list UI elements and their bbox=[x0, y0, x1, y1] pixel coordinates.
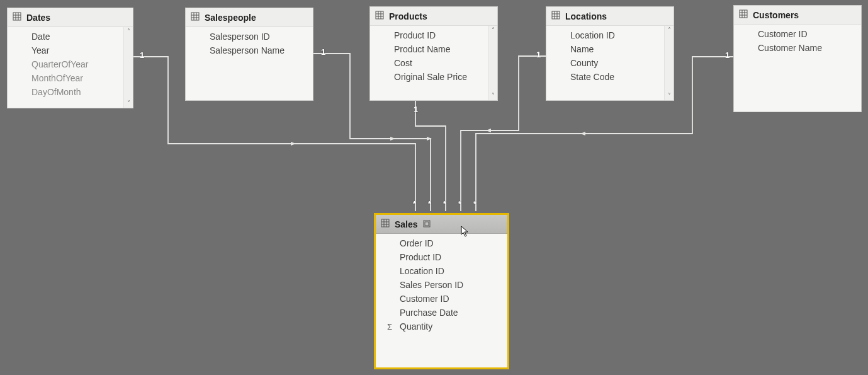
table-sales[interactable]: Sales Order ID Product ID Location ID Sa… bbox=[374, 213, 509, 369]
scrollbar[interactable]: ˄ ˅ bbox=[123, 27, 133, 108]
table-body-dates: Date Year QuarterOfYear MonthOfYear DayO… bbox=[8, 27, 133, 108]
scrollbar[interactable]: ˄ ˅ bbox=[488, 26, 497, 100]
svg-marker-4 bbox=[580, 132, 585, 136]
table-body-products: Product ID Product Name Cost Original Sa… bbox=[370, 26, 497, 100]
model-canvas[interactable]: { "tables": { "dates": { "title": "Dates… bbox=[0, 0, 868, 375]
field[interactable]: Original Sale Price bbox=[370, 70, 497, 84]
svg-marker-2 bbox=[427, 137, 432, 141]
field[interactable]: Customer ID bbox=[376, 292, 507, 306]
rel-one-salespeople: 1 bbox=[321, 47, 325, 57]
field[interactable]: Name bbox=[546, 42, 674, 56]
table-salespeople[interactable]: Salespeople Salesperson ID Salesperson N… bbox=[185, 8, 313, 101]
rel-many-3: * bbox=[443, 199, 446, 209]
table-icon bbox=[381, 219, 390, 229]
table-body-salespeople: Salesperson ID Salesperson Name bbox=[186, 27, 313, 100]
table-icon bbox=[13, 12, 21, 23]
rel-one-dates: 1 bbox=[140, 50, 144, 60]
svg-rect-30 bbox=[381, 219, 389, 227]
field[interactable]: Location ID bbox=[546, 28, 674, 42]
table-body-customers: Customer ID Customer Name bbox=[734, 25, 861, 112]
table-body-locations: Location ID Name County State Code ˄ ˅ bbox=[546, 26, 674, 100]
field-label: Quantity bbox=[400, 321, 432, 332]
scroll-down-icon[interactable]: ˅ bbox=[488, 91, 497, 100]
table-title-salespeople: Salespeople bbox=[205, 13, 256, 23]
svg-rect-10 bbox=[191, 13, 199, 20]
table-dates[interactable]: Dates Date Year QuarterOfYear MonthOfYea… bbox=[7, 8, 133, 108]
table-title-products: Products bbox=[389, 11, 427, 21]
rel-many-1: * bbox=[413, 199, 416, 209]
field[interactable]: MonthOfYear bbox=[8, 71, 133, 85]
table-header-products[interactable]: Products bbox=[370, 7, 497, 26]
field[interactable]: Customer ID bbox=[734, 27, 861, 41]
field[interactable]: Year bbox=[8, 43, 133, 57]
table-header-dates[interactable]: Dates bbox=[8, 8, 133, 27]
field[interactable]: Salesperson ID bbox=[186, 30, 313, 43]
field[interactable]: Location ID bbox=[376, 264, 507, 278]
field[interactable]: Product Name bbox=[370, 42, 497, 56]
table-icon bbox=[191, 12, 200, 23]
table-header-customers[interactable]: Customers bbox=[734, 6, 861, 25]
svg-marker-0 bbox=[291, 142, 296, 146]
scroll-up-icon[interactable]: ˄ bbox=[665, 26, 674, 35]
scroll-down-icon[interactable]: ˅ bbox=[124, 99, 133, 108]
svg-marker-3 bbox=[486, 129, 491, 132]
field[interactable]: Purchase Date bbox=[376, 306, 507, 320]
table-icon bbox=[551, 11, 560, 21]
rel-many-2: * bbox=[428, 199, 431, 209]
rel-many-5: * bbox=[473, 199, 476, 209]
table-header-sales[interactable]: Sales bbox=[376, 215, 507, 234]
field[interactable]: Date bbox=[8, 30, 133, 43]
scroll-up-icon[interactable]: ˄ bbox=[124, 27, 133, 36]
table-title-customers: Customers bbox=[753, 10, 799, 20]
table-products[interactable]: Products Product ID Product Name Cost Or… bbox=[369, 6, 498, 101]
table-icon bbox=[739, 9, 748, 20]
field-quantity[interactable]: Σ Quantity bbox=[376, 320, 507, 333]
field[interactable]: Order ID bbox=[376, 236, 507, 250]
table-header-salespeople[interactable]: Salespeople bbox=[186, 8, 313, 27]
field[interactable]: Product ID bbox=[370, 28, 497, 42]
rel-one-products: 1 bbox=[414, 105, 418, 114]
sigma-icon: Σ bbox=[387, 322, 392, 332]
table-header-locations[interactable]: Locations bbox=[546, 7, 674, 26]
table-customers[interactable]: Customers Customer ID Customer Name bbox=[733, 5, 862, 112]
svg-rect-15 bbox=[376, 11, 383, 19]
rel-one-locations: 1 bbox=[536, 50, 541, 59]
table-title-dates: Dates bbox=[26, 13, 50, 23]
table-body-sales: Order ID Product ID Location ID Sales Pe… bbox=[376, 234, 507, 367]
field[interactable]: Customer Name bbox=[734, 41, 861, 55]
field[interactable]: Sales Person ID bbox=[376, 278, 507, 292]
field[interactable]: Salesperson Name bbox=[186, 43, 313, 57]
scroll-down-icon[interactable]: ˅ bbox=[665, 91, 674, 100]
field[interactable]: Cost bbox=[370, 56, 497, 70]
field[interactable]: Product ID bbox=[376, 250, 507, 264]
table-locations[interactable]: Locations Location ID Name County State … bbox=[546, 6, 674, 101]
table-title-sales: Sales bbox=[395, 219, 418, 229]
svg-rect-36 bbox=[425, 222, 429, 226]
field[interactable]: County bbox=[546, 56, 674, 70]
scroll-up-icon[interactable]: ˄ bbox=[488, 26, 497, 35]
table-icon bbox=[375, 11, 384, 21]
expand-icon[interactable] bbox=[423, 219, 431, 229]
rel-one-customers: 1 bbox=[725, 50, 730, 60]
scrollbar[interactable]: ˄ ˅ bbox=[664, 26, 674, 100]
table-title-locations: Locations bbox=[565, 11, 607, 21]
svg-rect-25 bbox=[740, 10, 747, 18]
field[interactable]: QuarterOfYear bbox=[8, 57, 133, 71]
svg-marker-1 bbox=[390, 137, 395, 141]
field[interactable]: State Code bbox=[546, 70, 674, 84]
rel-many-4: * bbox=[458, 199, 461, 209]
svg-rect-5 bbox=[13, 13, 21, 20]
field[interactable]: DayOfMonth bbox=[8, 85, 133, 99]
svg-rect-20 bbox=[552, 11, 560, 19]
